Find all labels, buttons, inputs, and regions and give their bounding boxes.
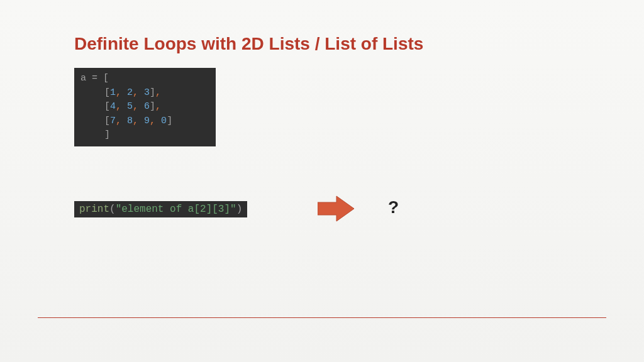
code-line: [7, 8, 9, 0] xyxy=(80,114,209,129)
token-num: 9 xyxy=(138,116,150,126)
svg-marker-0 xyxy=(318,196,354,221)
token-num: 5 xyxy=(121,101,133,112)
token-comma: , xyxy=(155,87,161,98)
token-paren: ) xyxy=(236,204,243,215)
token-num: 0 xyxy=(155,116,167,126)
token-num: 7 xyxy=(110,116,116,126)
token-comma: , xyxy=(133,87,138,98)
token-var: a xyxy=(80,73,86,84)
token-bracket: ] xyxy=(104,129,110,140)
arrow-icon xyxy=(318,195,357,225)
token-comma: , xyxy=(150,116,155,126)
token-bracket: ] xyxy=(167,116,172,126)
token-bracket: [ xyxy=(104,116,110,126)
token-num: 1 xyxy=(110,87,116,98)
question-mark: ? xyxy=(388,197,399,217)
token-comma: , xyxy=(116,87,121,98)
code-line: ] xyxy=(80,128,209,143)
code-line: a = [ xyxy=(80,72,209,86)
token-num: 8 xyxy=(121,116,133,126)
token-bracket: ] xyxy=(150,87,155,98)
token-comma: , xyxy=(133,101,138,112)
token-string: "element of a[2][3]" xyxy=(116,204,236,215)
divider xyxy=(38,317,606,318)
token-op: = xyxy=(86,73,103,84)
token-bracket: [ xyxy=(104,87,110,98)
token-comma: , xyxy=(133,116,138,126)
token-num: 3 xyxy=(138,87,150,98)
token-paren: ( xyxy=(109,204,116,215)
token-comma: , xyxy=(116,116,121,126)
token-bracket: ] xyxy=(150,101,155,112)
code-block-assignment: a = [ [1, 2, 3], [4, 5, 6], [7, 8, 9, 0]… xyxy=(74,68,216,146)
token-bracket: [ xyxy=(103,73,109,84)
token-num: 2 xyxy=(121,87,133,98)
token-num: 6 xyxy=(138,101,150,112)
token-bracket: [ xyxy=(104,101,110,112)
code-line: [4, 5, 6], xyxy=(80,100,209,114)
slide-title: Definite Loops with 2D Lists / List of L… xyxy=(74,34,423,54)
code-block-print: print("element of a[2][3]") xyxy=(74,201,247,217)
token-num: 4 xyxy=(110,101,116,112)
token-comma: , xyxy=(116,101,121,112)
code-line: [1, 2, 3], xyxy=(80,86,209,101)
token-comma: , xyxy=(155,101,161,112)
token-fn: print xyxy=(79,204,109,215)
